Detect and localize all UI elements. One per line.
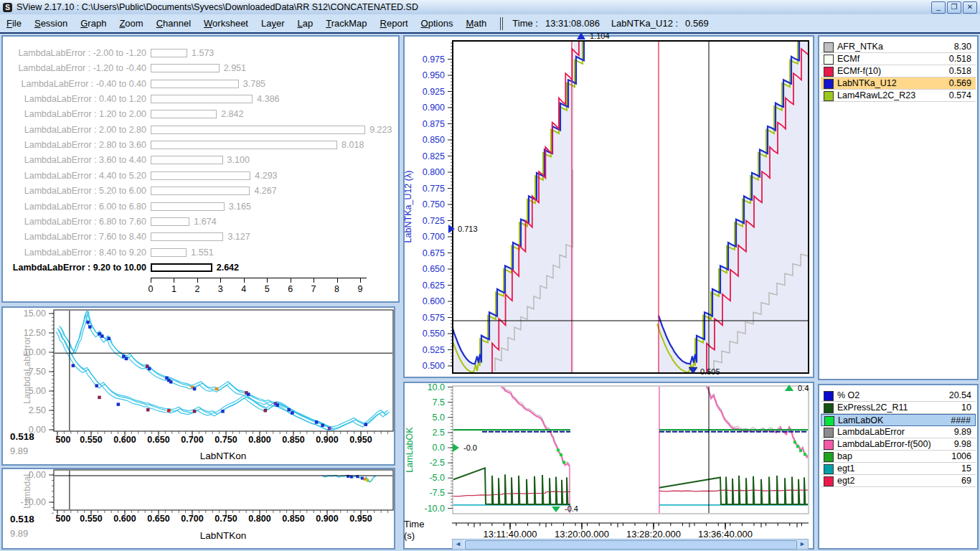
histogram-bar <box>151 248 187 257</box>
histogram-row[interactable]: LambdaLabError : 8.40 to 9.201.551 <box>3 245 394 260</box>
channel-row-expressl2c-r11[interactable]: ExPressL2C_R1110 <box>821 402 976 414</box>
histogram-bar <box>151 64 220 72</box>
channel-row-lambdalaberror-f-500-[interactable]: LambdaLabError-f(500)9.98 <box>821 438 976 451</box>
close-button[interactable]: ✕ <box>963 1 977 14</box>
channel-color-swatch <box>824 403 834 413</box>
histogram-row-value: 3.127 <box>227 230 250 245</box>
histogram-axis-tick: 0 <box>143 284 158 294</box>
menu-graph[interactable]: Graph <box>74 18 113 29</box>
channel-value: 9.98 <box>954 438 971 451</box>
menu-options[interactable]: Options <box>415 18 460 29</box>
channel-color-swatch <box>824 476 834 486</box>
channel-color-swatch <box>824 464 834 474</box>
histogram-row[interactable]: LambdaLabError : 9.20 to 10.002.642 <box>3 260 394 276</box>
channel-row-egt1[interactable]: egt115 <box>821 463 976 475</box>
histogram-row-value: 1.551 <box>191 245 213 260</box>
histogram-row[interactable]: LambdaLabError : 6.00 to 6.803.165 <box>3 199 394 215</box>
histogram-row-value: 3.785 <box>243 77 265 92</box>
channel-color-swatch <box>824 42 834 52</box>
channel-name: LambdaLabError-f(500) <box>837 438 931 451</box>
channel-row-lamlabok[interactable]: LamLabOK#### <box>821 414 976 426</box>
histogram-row[interactable]: LambdaLabError : 3.60 to 4.403.100 <box>3 153 394 168</box>
histogram-row[interactable]: LambdaLabError : -2.00 to -1.201.573 <box>3 46 394 61</box>
scrollbar-thumb[interactable] <box>465 540 797 550</box>
histogram-row[interactable]: LambdaLabError : 2.00 to 2.809.223 <box>3 123 394 138</box>
histogram-row-label: LambdaLabError : 4.40 to 5.20 <box>3 169 146 184</box>
histogram-row-value: 9.223 <box>369 123 392 138</box>
histogram-row-label: LambdaLabError : 6.80 to 7.60 <box>3 215 146 230</box>
histogram-panel: LambdaLabError : -2.00 to -1.201.573Lamb… <box>1 35 400 303</box>
channel-value: #### <box>951 415 971 427</box>
histogram-bar <box>151 217 189 226</box>
channel-value: 0.569 <box>949 77 971 90</box>
scroll-right-arrow-icon[interactable]: ► <box>797 540 808 549</box>
status-time-value: 13:31:08.086 <box>542 18 603 29</box>
channel-value: 8.30 <box>954 41 971 53</box>
status-channel-value: 0.569 <box>682 18 712 29</box>
channel-row--o2[interactable]: % O220.54 <box>821 390 976 402</box>
histogram-row[interactable]: LambdaLabError : 7.60 to 8.403.127 <box>3 230 394 245</box>
channel-color-swatch <box>824 440 834 450</box>
histogram-row-label: LambdaLabError : 3.60 to 4.40 <box>3 153 146 168</box>
scroll-left-arrow-icon[interactable]: ◄ <box>453 540 463 549</box>
menu-channel[interactable]: Channel <box>150 18 197 29</box>
channel-row-lambdalaberror[interactable]: LambdaLabError9.89 <box>821 426 976 438</box>
channel-row-egt2[interactable]: egt269 <box>821 475 976 487</box>
channel-name: ECMf-f(10) <box>837 65 881 77</box>
histogram-x-axis: 0123456789 <box>151 278 367 278</box>
histogram-row[interactable]: LambdaLabError : -0.40 to 0.403.785 <box>3 77 394 92</box>
channel-row-ecmf-f-10-[interactable]: ECMf-f(10)0.518 <box>821 65 976 77</box>
histogram-axis-tick: 6 <box>283 284 298 294</box>
histogram-row-label: LambdaLabError : 7.60 to 8.40 <box>3 230 146 245</box>
histogram-bar <box>151 171 250 180</box>
histogram-bar <box>151 95 253 103</box>
menu-trackmap[interactable]: TrackMap <box>319 18 373 29</box>
channel-value: 0.518 <box>949 53 971 65</box>
histogram-row[interactable]: LambdaLabError : -1.20 to -0.402.951 <box>3 61 394 76</box>
channel-value: 0.518 <box>949 65 971 77</box>
menu-report[interactable]: Report <box>374 18 415 29</box>
menu-math[interactable]: Math <box>459 18 493 29</box>
histogram-axis-tick: 1 <box>166 284 181 294</box>
histogram-row-label: LambdaLabError : 2.00 to 2.80 <box>3 123 146 138</box>
histogram-row[interactable]: LambdaLabError : 2.80 to 3.608.018 <box>3 138 394 153</box>
channel-row-labntka-u12[interactable]: LabNTKa_U120.569 <box>821 77 976 90</box>
menu-bar: FileSessionGraphZoomChannelWorksheetLaye… <box>0 14 980 34</box>
histogram-row-label: LambdaLabError : 9.20 to 10.00 <box>3 260 146 276</box>
menu-layer[interactable]: Layer <box>255 18 291 29</box>
channel-row-ecmf[interactable]: ECMf0.518 <box>821 53 976 65</box>
channel-row-lam4rawl2c-r23[interactable]: Lam4RawL2C_R230.574 <box>821 90 976 102</box>
channel-row-afr-ntka[interactable]: AFR_NTKa8.30 <box>821 41 976 53</box>
histogram-row-value: 8.018 <box>341 138 364 153</box>
histogram-row-value: 1.573 <box>192 46 214 61</box>
window-buttons: _❐✕ <box>931 1 980 14</box>
time-scrollbar[interactable]: ◄ ► <box>452 539 809 550</box>
channel-name: AFR_NTKa <box>837 41 883 53</box>
window-title: SView 2.17.10 : C:\Users\Public\Document… <box>17 2 418 12</box>
histogram-row[interactable]: LambdaLabError : 0.40 to 1.204.386 <box>3 92 394 107</box>
menu-lap[interactable]: Lap <box>291 18 320 29</box>
restore-button[interactable]: ❐ <box>947 1 961 14</box>
channel-value: 9.89 <box>954 426 971 438</box>
histogram-row[interactable]: LambdaLabError : 1.20 to 2.002.842 <box>3 107 394 122</box>
histogram-row-value: 3.165 <box>229 199 251 215</box>
channel-value: 10 <box>961 402 971 414</box>
channel-row-bap[interactable]: bap1006 <box>821 451 976 463</box>
status-channel-label: LabNTKa_U12 : <box>608 18 682 29</box>
histogram-row[interactable]: LambdaLabError : 6.80 to 7.601.674 <box>3 215 394 230</box>
histogram-row-value: 4.293 <box>255 169 277 184</box>
histogram-bar <box>151 232 223 241</box>
minimize-button[interactable]: _ <box>931 1 946 14</box>
histogram-row[interactable]: LambdaLabError : 4.40 to 5.204.293 <box>3 169 394 184</box>
channel-color-swatch <box>824 391 834 401</box>
menu-worksheet[interactable]: Worksheet <box>197 18 255 29</box>
menu-zoom[interactable]: Zoom <box>113 18 149 29</box>
menu-session[interactable]: Session <box>28 18 74 29</box>
channel-color-swatch <box>824 91 834 101</box>
histogram-row[interactable]: LambdaLabError : 5.20 to 6.004.267 <box>3 184 394 199</box>
menu-separator <box>500 17 503 30</box>
sview-window: S SView 2.17.10 : C:\Users\Public\Docume… <box>0 0 980 551</box>
histogram-bar <box>151 126 365 134</box>
histogram-bar <box>151 202 225 211</box>
menu-file[interactable]: File <box>0 18 28 29</box>
